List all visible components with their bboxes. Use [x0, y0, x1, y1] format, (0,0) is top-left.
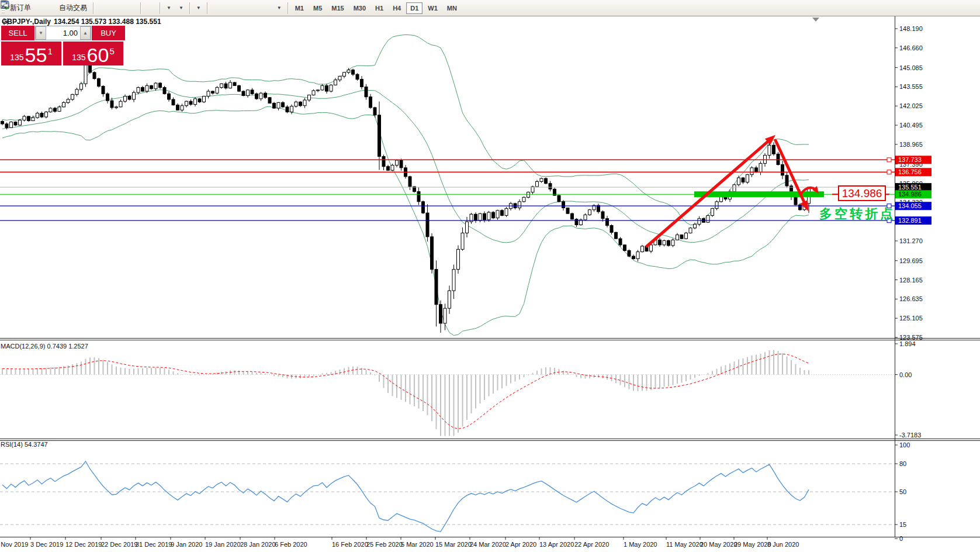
tab-d1[interactable]: D1 [406, 2, 423, 14]
svg-text:12 Dec 2019: 12 Dec 2019 [65, 541, 102, 548]
ask-price-whole: 135 [72, 53, 85, 62]
tab-m30[interactable]: M30 [349, 2, 370, 14]
price-callout-134986[interactable]: 134.986 [838, 185, 886, 201]
auto-scroll-button[interactable] [144, 1, 150, 15]
svg-text:1 May 2020: 1 May 2020 [624, 541, 657, 548]
date-axis: 24 Nov 20193 Dec 201912 Dec 201922 Dec 2… [0, 537, 799, 548]
tab-mn[interactable]: MN [443, 2, 461, 14]
svg-text:28 Jan 2020: 28 Jan 2020 [240, 541, 276, 548]
text-tool-button[interactable]: A [259, 1, 265, 15]
periods-button[interactable]: ▼ [175, 1, 186, 15]
chart-canvas[interactable]: 148.190146.660145.085143.555142.025140.4… [0, 0, 980, 552]
svg-text:24 Nov 2019: 24 Nov 2019 [0, 541, 28, 548]
svg-text:140.495: 140.495 [899, 122, 923, 129]
candlestick-mode-button[interactable] [103, 1, 109, 15]
tile-windows-button[interactable] [131, 1, 137, 15]
zoom-out-button[interactable] [124, 1, 130, 15]
chart-title: GBPJPY-,Daily 134.254 135.573 133.488 13… [2, 18, 161, 26]
svg-text:1.894: 1.894 [899, 340, 916, 347]
svg-text:129.695: 129.695 [899, 257, 923, 264]
line-chart-mode-button[interactable] [110, 1, 116, 15]
arrows-tool-button[interactable]: ▼ [273, 1, 285, 15]
bid-price-pips: 55 [25, 46, 47, 64]
bid-price-point: 1 [47, 46, 52, 56]
svg-text:134.055: 134.055 [898, 202, 922, 209]
svg-text:5 Mar 2020: 5 Mar 2020 [401, 541, 434, 548]
tab-h1[interactable]: H1 [371, 2, 387, 14]
rsi-pane [0, 461, 895, 532]
tab-h4[interactable]: H4 [389, 2, 405, 14]
svg-text:100: 100 [899, 441, 910, 448]
svg-text:13 Apr 2020: 13 Apr 2020 [539, 541, 574, 548]
tab-m5[interactable]: M5 [309, 2, 326, 14]
sell-quote-button[interactable]: 135 55 1 [1, 42, 61, 65]
svg-text:16 Feb 2020: 16 Feb 2020 [332, 541, 368, 548]
svg-text:142.025: 142.025 [899, 102, 923, 109]
autotrading-button[interactable]: 自动交易 [56, 1, 90, 15]
svg-text:131.270: 131.270 [899, 237, 923, 244]
new-chart-dropdown-caret: ▼ [167, 5, 171, 11]
tab-w1[interactable]: W1 [424, 2, 442, 14]
svg-text:22 Apr 2020: 22 Apr 2020 [574, 541, 609, 548]
volume-input[interactable] [46, 26, 80, 40]
one-click-trading-panel: SELL ▼ ▲ BUY 135 55 1 135 60 5 [1, 26, 125, 65]
trendline-tool-button[interactable] [238, 1, 244, 15]
chart-shift-marker[interactable] [812, 18, 819, 22]
price-axis: 148.190146.660145.085143.555142.025140.4… [895, 25, 923, 542]
svg-text:50: 50 [899, 488, 906, 495]
templates-button[interactable]: ▼ [193, 1, 204, 15]
volume-increase-button[interactable]: ▲ [80, 26, 91, 40]
rsi-indicator-label: RSI(14) 54.3747 [1, 441, 48, 448]
data-window-button[interactable] [42, 1, 48, 15]
crosshair-tool-button[interactable] [217, 1, 223, 15]
bollinger-bands [2, 34, 809, 335]
bar-chart-mode-button[interactable] [96, 1, 102, 15]
buy-button[interactable]: BUY [92, 26, 125, 40]
svg-text:0: 0 [899, 535, 903, 542]
svg-text:128.165: 128.165 [899, 277, 923, 284]
svg-text:20 May 2020: 20 May 2020 [700, 541, 737, 548]
macd-pane [0, 350, 895, 436]
chat-icon[interactable] [0, 0, 9, 9]
svg-text:15: 15 [899, 521, 906, 528]
ask-price-point: 5 [109, 46, 114, 56]
autotrading-label: 自动交易 [59, 3, 87, 13]
new-chart-button[interactable]: ▼ [163, 1, 174, 15]
sell-button[interactable]: SELL [1, 26, 34, 40]
svg-text:137.733: 137.733 [898, 156, 922, 163]
svg-text:125.105: 125.105 [899, 315, 923, 322]
toolbar-separator [207, 2, 207, 14]
horizontal-line-tool-button[interactable] [231, 1, 237, 15]
text-label-tool-button[interactable]: T [266, 1, 272, 15]
svg-text:15 Mar 2020: 15 Mar 2020 [435, 541, 472, 548]
chart-shift-button[interactable] [151, 1, 157, 15]
svg-text:22 Dec 2019: 22 Dec 2019 [101, 541, 137, 548]
svg-text:9 Jan 2020: 9 Jan 2020 [171, 541, 202, 548]
cursor-tool-button[interactable] [210, 1, 216, 15]
signals-button[interactable] [49, 1, 55, 15]
volume-decrease-button[interactable]: ▼ [36, 26, 46, 40]
new-order-button[interactable]: 新订单 [7, 1, 34, 15]
main-toolbar: 新订单 自动交易 [0, 0, 980, 16]
svg-text:146.660: 146.660 [899, 44, 923, 51]
vertical-line-tool-button[interactable] [224, 1, 230, 15]
tab-m15[interactable]: M15 [327, 2, 348, 14]
market-watch-button[interactable] [35, 1, 41, 15]
buy-quote-button[interactable]: 135 60 5 [63, 42, 123, 65]
zoom-in-button[interactable] [117, 1, 123, 15]
equidistant-channel-tool-button[interactable]: E [245, 1, 251, 15]
tab-m1[interactable]: M1 [291, 2, 308, 14]
templates-dropdown-caret: ▼ [196, 5, 201, 11]
macd-indicator-label: MACD(12,26,9) 0.7439 1.2527 [1, 343, 88, 350]
svg-text:126.635: 126.635 [899, 295, 923, 302]
svg-text:143.555: 143.555 [899, 83, 923, 90]
volume-stepper: ▼ ▲ [35, 26, 91, 40]
fibonacci-tool-button[interactable]: F [252, 1, 258, 15]
chart-title-icon [2, 18, 10, 26]
chart-ohlc-values: 134.254 135.573 133.488 135.551 [54, 18, 161, 26]
svg-text:148.190: 148.190 [899, 25, 923, 32]
support-zone-rect[interactable] [694, 191, 824, 197]
svg-text:135.551: 135.551 [898, 184, 922, 191]
turning-point-annotation[interactable]: 多空转折点 [819, 205, 895, 223]
svg-text:136.756: 136.756 [898, 168, 922, 175]
